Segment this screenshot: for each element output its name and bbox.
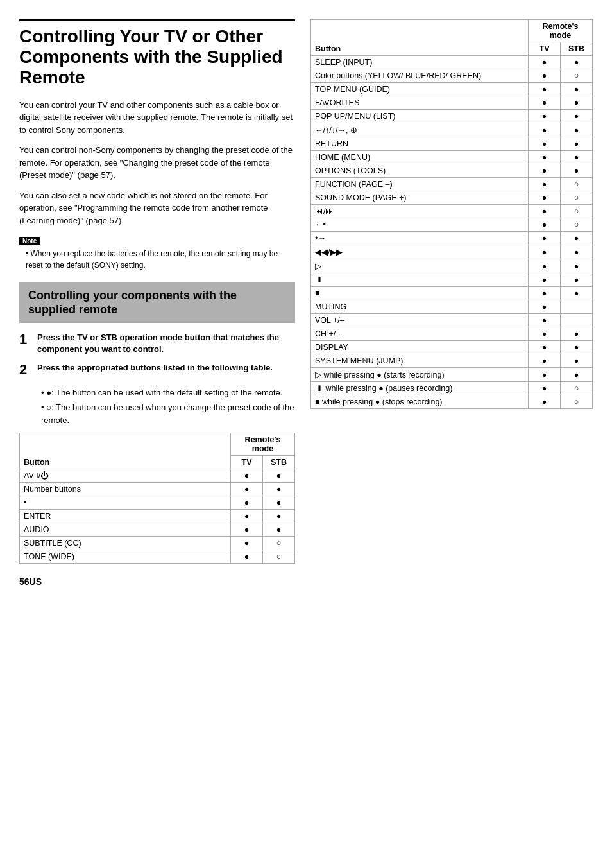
table-row: SOUND MODE (PAGE +) ● ○	[311, 191, 593, 205]
tv-cell: ●	[231, 537, 263, 550]
step-2-text: Press the appropriated buttons listed in…	[37, 362, 273, 378]
tv-cell: ●	[529, 382, 561, 395]
table-row: FUNCTION (PAGE –) ● ○	[311, 178, 593, 191]
stb-cell: ●	[561, 341, 593, 354]
btn-cell: Number buttons	[20, 483, 231, 496]
table-row: HOME (MENU) ● ●	[311, 151, 593, 164]
note-text: • When you replace the batteries of the …	[19, 248, 295, 271]
step-1-number: 1	[19, 332, 31, 355]
step-2: 2 Press the appropriated buttons listed …	[19, 362, 295, 378]
table-row: Color buttons (YELLOW/ BLUE/RED/ GREEN) …	[311, 69, 593, 83]
btn-cell: ◀◀/▶▶	[311, 245, 529, 259]
table-row: Number buttons ● ●	[20, 483, 295, 496]
table-row: AUDIO ● ●	[20, 523, 295, 537]
tv-cell: ●	[529, 83, 561, 96]
stb-cell: ●	[561, 137, 593, 151]
tv-cell: ●	[529, 232, 561, 245]
stb-cell: ●	[263, 523, 295, 537]
tv-cell: ●	[529, 69, 561, 83]
tv-cell: ●	[529, 151, 561, 164]
stb-cell: ○	[263, 550, 295, 564]
left-table-btn-header: Button	[20, 433, 231, 469]
stb-cell: ●	[561, 287, 593, 300]
tv-cell: ●	[529, 287, 561, 300]
table-row: ⏸ while pressing ● (pauses recording) ● …	[311, 382, 593, 395]
page-number: 56US	[19, 577, 295, 587]
stb-cell: ○	[561, 191, 593, 205]
btn-cell: •	[20, 496, 231, 510]
stb-cell: ●	[561, 96, 593, 110]
intro-para-1: You can control your TV and other compon…	[19, 99, 295, 137]
stb-cell: ●	[561, 259, 593, 273]
left-table-stb-header: STB	[263, 456, 295, 469]
intro-para-2: You can control non-Sony components by c…	[19, 144, 295, 182]
btn-cell: ⏸	[311, 273, 529, 287]
table-row: POP UP/MENU (LIST) ● ●	[311, 110, 593, 123]
stb-cell: ●	[561, 164, 593, 178]
table-row: RETURN ● ●	[311, 137, 593, 151]
stb-cell	[561, 300, 593, 314]
table-row: FAVORITES ● ●	[311, 96, 593, 110]
btn-cell: VOL +/–	[311, 314, 529, 327]
btn-cell: CH +/–	[311, 327, 529, 341]
tv-cell: ●	[529, 395, 561, 409]
bullet-1: ●: The button can be used with the defau…	[37, 386, 295, 399]
stb-cell: ●	[561, 151, 593, 164]
table-row: VOL +/– ●	[311, 314, 593, 327]
btn-cell: SUBTITLE (CC)	[20, 537, 231, 550]
tv-cell: ●	[231, 510, 263, 523]
note-label: Note	[19, 237, 40, 245]
tv-cell: ●	[529, 314, 561, 327]
stb-cell: ●	[561, 273, 593, 287]
table-row: TOP MENU (GUIDE) ● ●	[311, 83, 593, 96]
table-row: OPTIONS (TOOLS) ● ●	[311, 164, 593, 178]
tv-cell: ●	[529, 354, 561, 368]
btn-cell: ⏮/⏭	[311, 205, 529, 218]
table-row: CH +/– ● ●	[311, 327, 593, 341]
btn-cell: ⏸ while pressing ● (pauses recording)	[311, 382, 529, 395]
table-row: ◀◀/▶▶ ● ●	[311, 245, 593, 259]
table-row: ←• ● ○	[311, 218, 593, 232]
stb-cell: ●	[263, 483, 295, 496]
table-row: MUTING ●	[311, 300, 593, 314]
stb-cell: ●	[561, 245, 593, 259]
btn-cell: HOME (MENU)	[311, 151, 529, 164]
btn-cell: ■ while pressing ● (stops recording)	[311, 395, 529, 409]
table-row: ←/↑/↓/→, ⊕ ● ●	[311, 123, 593, 137]
table-row: • ● ●	[20, 496, 295, 510]
stb-cell: ●	[561, 123, 593, 137]
table-row: SYSTEM MENU (JUMP) ● ●	[311, 354, 593, 368]
right-table-btn-header: Button	[311, 20, 529, 56]
tv-cell: ●	[529, 123, 561, 137]
btn-cell: ENTER	[20, 510, 231, 523]
table-row: •→ ● ●	[311, 232, 593, 245]
tv-cell: ●	[231, 496, 263, 510]
tv-cell: ●	[529, 96, 561, 110]
right-table-stb-header: STB	[561, 42, 593, 56]
btn-cell: MUTING	[311, 300, 529, 314]
stb-cell: ●	[561, 110, 593, 123]
btn-cell: ←/↑/↓/→, ⊕	[311, 123, 529, 137]
tv-cell: ●	[231, 550, 263, 564]
stb-cell: ●	[263, 496, 295, 510]
stb-cell: ○	[263, 537, 295, 550]
btn-cell: ▷	[311, 259, 529, 273]
section-header: Controlling your components with the sup…	[19, 282, 295, 323]
table-row: TONE (WIDE) ● ○	[20, 550, 295, 564]
step-2-number: 2	[19, 362, 31, 378]
stb-cell: ○	[561, 395, 593, 409]
tv-cell: ●	[529, 218, 561, 232]
btn-cell: FUNCTION (PAGE –)	[311, 178, 529, 191]
stb-cell: ○	[561, 69, 593, 83]
tv-cell: ●	[231, 523, 263, 537]
page-title: Controlling Your TV or Other Components …	[19, 19, 295, 89]
tv-cell: ●	[529, 56, 561, 69]
btn-cell: SOUND MODE (PAGE +)	[311, 191, 529, 205]
right-column: Button Remote's mode TV STB SLEEP (INPUT…	[310, 19, 593, 587]
btn-cell: FAVORITES	[311, 96, 529, 110]
tv-cell: ●	[529, 300, 561, 314]
steps-list: 1 Press the TV or STB operation mode but…	[19, 332, 295, 378]
tv-cell: ●	[231, 483, 263, 496]
left-column: Controlling Your TV or Other Components …	[19, 19, 295, 587]
tv-cell: ●	[529, 178, 561, 191]
